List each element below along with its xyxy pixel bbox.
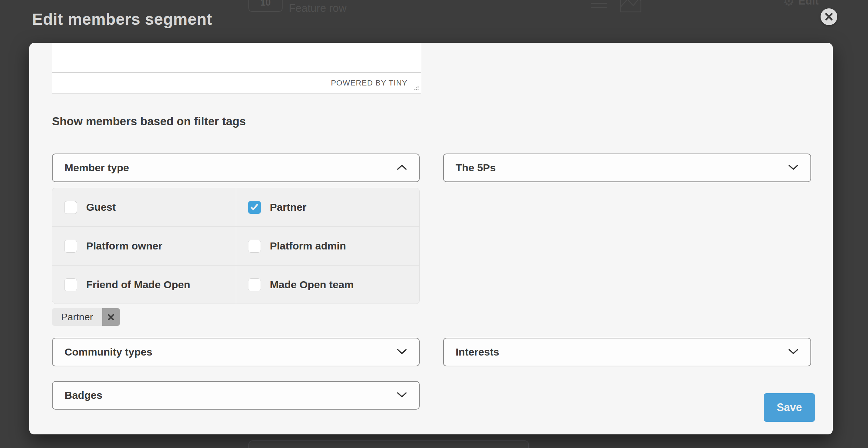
- hamburger-icon: [591, 3, 607, 11]
- selected-tag-label: Partner: [52, 308, 102, 326]
- chevron-up-icon: [397, 164, 407, 172]
- dropdown-community-types[interactable]: Community types: [52, 338, 420, 366]
- edit-members-segment-modal: POWERED BY TINY Show m: [29, 43, 833, 434]
- save-button[interactable]: Save: [764, 393, 815, 422]
- checkbox-platform-admin[interactable]: [248, 240, 261, 253]
- checkbox-guest[interactable]: [64, 201, 77, 214]
- dropdown-community-types-label: Community types: [65, 346, 152, 358]
- checkbox-friend-of-made-open[interactable]: [64, 278, 77, 291]
- background-bottom-card: [248, 440, 529, 448]
- chevron-down-icon: [397, 349, 407, 356]
- option-friend-of-made-open-label: Friend of Made Open: [86, 279, 190, 291]
- resize-grip-icon[interactable]: [413, 85, 419, 92]
- option-guest-label: Guest: [86, 201, 116, 213]
- dropdown-member-type[interactable]: Member type: [52, 154, 420, 182]
- editor-branding: POWERED BY TINY: [331, 79, 407, 88]
- dropdown-the-5ps[interactable]: The 5Ps: [443, 154, 811, 182]
- dropdown-the-5ps-label: The 5Ps: [456, 162, 496, 174]
- background-feature-row-label: Feature row: [289, 2, 346, 15]
- option-friend-of-made-open[interactable]: Friend of Made Open: [52, 266, 236, 304]
- image-frame-icon: [620, 0, 642, 14]
- gear-icon: ⚙: [783, 0, 795, 8]
- background-edit-label: Edit: [798, 0, 819, 7]
- chevron-down-icon: [788, 349, 799, 356]
- option-platform-admin-label: Platform admin: [270, 240, 346, 252]
- chevron-down-icon: [397, 392, 407, 399]
- editor-status-bar: POWERED BY TINY: [52, 73, 421, 94]
- option-platform-owner[interactable]: Platform owner: [52, 227, 236, 265]
- remove-tag-icon[interactable]: [102, 308, 120, 326]
- option-platform-admin[interactable]: Platform admin: [236, 227, 420, 265]
- overlay-backdrop: 10 Feature row ⚙ Edit Edit members segme…: [0, 0, 868, 448]
- member-type-options-grid: Guest Partner Platform owner Platform ad…: [52, 188, 420, 304]
- option-made-open-team[interactable]: Made Open team: [236, 266, 420, 304]
- modal-title: Edit members segment: [32, 10, 212, 29]
- chevron-down-icon: [788, 164, 799, 172]
- checkbox-platform-owner[interactable]: [64, 240, 77, 253]
- option-partner[interactable]: Partner: [236, 188, 420, 226]
- selected-tag-partner: Partner: [52, 308, 120, 326]
- dropdown-badges-label: Badges: [65, 389, 102, 401]
- dropdown-badges[interactable]: Badges: [52, 381, 420, 410]
- dropdown-interests-label: Interests: [456, 346, 499, 358]
- rich-text-editor: POWERED BY TINY: [52, 43, 421, 94]
- background-feature-count-box: 10: [248, 0, 283, 12]
- option-made-open-team-label: Made Open team: [270, 279, 354, 291]
- dropdown-interests[interactable]: Interests: [443, 338, 811, 366]
- background-edit-button: ⚙ Edit: [783, 0, 819, 8]
- checkbox-partner[interactable]: [248, 201, 261, 214]
- option-platform-owner-label: Platform owner: [86, 240, 162, 252]
- close-icon[interactable]: [821, 8, 837, 25]
- editor-text-area[interactable]: [52, 43, 421, 73]
- dropdown-member-type-label: Member type: [65, 162, 129, 174]
- option-guest[interactable]: Guest: [52, 188, 236, 226]
- option-partner-label: Partner: [270, 201, 307, 213]
- checkbox-made-open-team[interactable]: [248, 278, 261, 291]
- filter-section-heading: Show members based on filter tags: [52, 115, 246, 128]
- background-feature-count: 10: [260, 0, 271, 8]
